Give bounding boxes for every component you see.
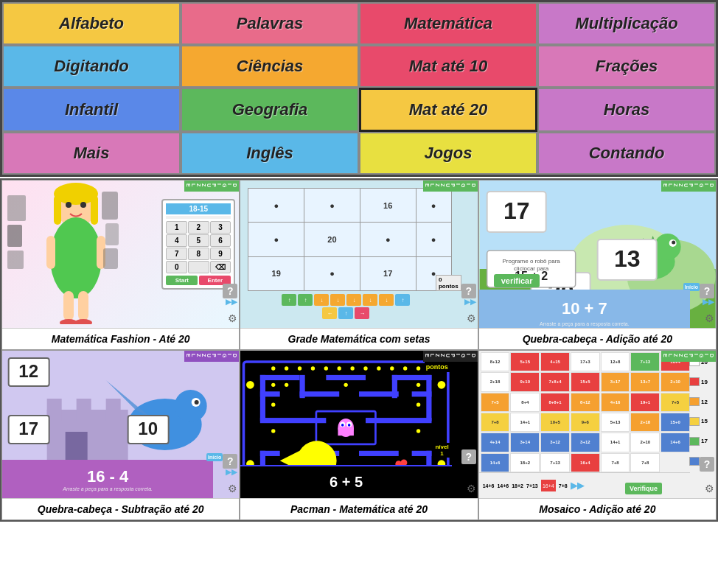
mc-5[interactable]: 12+8 — [601, 352, 630, 371]
mc-21[interactable]: 7+5 — [661, 393, 690, 412]
card-dragon[interactable]: 12 17 10 16 - 4 Arraste a peça para a re… — [1, 350, 240, 520]
mc-20[interactable]: 19+1 — [630, 393, 660, 412]
card-gridmath[interactable]: ● ● 16 ● ● 20 ● ● 19 ● — [240, 180, 478, 350]
mc-11[interactable]: 15+5 — [571, 372, 600, 391]
card-mosaic[interactable]: 8+12 5+15 4+15 17+3 12+8 7+13 16+4 2+18 … — [478, 350, 717, 520]
mc-23[interactable]: 14+1 — [510, 413, 540, 432]
mc-22[interactable]: 7+8 — [481, 413, 510, 432]
key-5[interactable]: 5 — [188, 234, 209, 247]
mc-18[interactable]: 8+12 — [571, 393, 600, 412]
nav-matematica[interactable]: Matemática — [359, 2, 537, 45]
key-3[interactable]: 3 — [210, 221, 231, 234]
mc-35[interactable]: 14+6 — [661, 433, 690, 452]
key-2[interactable]: 2 — [188, 221, 209, 234]
key-1[interactable]: 1 — [166, 221, 187, 234]
settings-icon-dragon[interactable]: ⚙ — [228, 483, 237, 494]
mc-16[interactable]: 8+4 — [510, 393, 540, 412]
arrow-down-4[interactable]: ↓ — [363, 294, 377, 306]
inicio-label-dragon[interactable]: Início — [206, 453, 223, 461]
arrow-down-1[interactable]: ↓ — [314, 294, 329, 306]
mc-33[interactable]: 14+1 — [601, 433, 630, 452]
mc-25[interactable]: 9+6 — [571, 413, 600, 432]
nav-infantil[interactable]: Infantil — [2, 88, 181, 132]
mc-17[interactable]: 8+8+1 — [540, 393, 570, 412]
mc-40[interactable]: 7+8 — [601, 453, 630, 472]
mc-13[interactable]: 13+7 — [630, 372, 660, 391]
mc-36[interactable]: 14+6 — [481, 453, 510, 472]
nav-digitando[interactable]: Digitando — [2, 45, 181, 88]
key-del[interactable]: ⌫ — [210, 261, 231, 273]
mc-12[interactable]: 3+17 — [601, 372, 630, 391]
nav-horas[interactable]: Horas — [537, 88, 716, 132]
key-0[interactable]: 0 — [166, 261, 187, 273]
nav-geografia[interactable]: Geografia — [181, 88, 359, 132]
arrow-up-1[interactable]: ↑ — [282, 294, 296, 306]
question-icon-pacman[interactable]: ? — [461, 449, 476, 464]
mc-39[interactable]: 16+4 — [571, 453, 600, 472]
nav-fracoes[interactable]: Frações — [537, 45, 716, 88]
mc-31[interactable]: 3+12 — [540, 433, 570, 452]
nav-mat10[interactable]: Mat até 10 — [359, 45, 537, 88]
mc-8[interactable]: 2+18 — [481, 372, 510, 391]
arrow-up-2[interactable]: ↑ — [298, 294, 313, 306]
key-9[interactable]: 9 — [210, 248, 231, 260]
fashion-start-btn[interactable]: Start — [166, 276, 198, 285]
arrow-up-4[interactable]: ↑ — [338, 307, 353, 319]
arrow-right-1[interactable]: → — [355, 307, 369, 319]
mc-27[interactable]: 2+18 — [630, 413, 660, 432]
card-pacman[interactable]: 12pontos nível1 6 + 5 DIGIPUZZLE ? ⚙ Pac… — [240, 350, 478, 520]
forward-icon-puzzle[interactable]: ▶▶ — [703, 298, 714, 306]
mc-3[interactable]: 4+15 — [540, 352, 570, 371]
mc-14[interactable]: 2+10 — [661, 372, 690, 391]
mc-1[interactable]: 8+12 — [481, 352, 510, 371]
settings-icon-grid[interactable]: ⚙ — [467, 312, 476, 324]
forward-icon-grid[interactable]: ▶▶ — [464, 298, 476, 306]
mc-41[interactable]: 7+8 — [630, 453, 660, 472]
nav-palavras[interactable]: Palavras — [181, 2, 359, 45]
mc-28[interactable]: 15+0 — [661, 413, 690, 432]
mc-24[interactable]: 10+5 — [540, 413, 570, 432]
nav-mat20[interactable]: Mat até 20 — [359, 88, 537, 132]
mosaic-verify-btn[interactable]: Verifique — [625, 483, 662, 494]
nav-jogos[interactable]: Jogos — [359, 132, 537, 175]
key-8[interactable]: 8 — [188, 248, 209, 260]
mc-26[interactable]: 5+13 — [601, 413, 630, 432]
settings-icon-puzzle[interactable]: ⚙ — [705, 312, 714, 324]
settings-icon-fashion[interactable]: ⚙ — [228, 312, 237, 324]
question-icon-fashion[interactable]: ? — [223, 284, 237, 298]
forward-icon-fashion[interactable]: ▶▶ — [226, 298, 237, 306]
arrow-down-5[interactable]: ↓ — [379, 294, 394, 306]
key-7[interactable]: 7 — [166, 248, 187, 260]
settings-icon-mosaic[interactable]: ⚙ — [705, 483, 714, 494]
settings-icon-pacman[interactable]: ⚙ — [467, 483, 476, 494]
question-icon-puzzle[interactable]: ? — [700, 284, 714, 298]
mc-34[interactable]: 2+10 — [630, 433, 660, 452]
nav-multiplicacao[interactable]: Multiplicação — [537, 2, 716, 45]
key-4[interactable]: 4 — [166, 234, 187, 247]
mc-2[interactable]: 5+15 — [510, 352, 540, 371]
mc-19[interactable]: 4+16 — [601, 393, 630, 412]
nav-alfabeto[interactable]: Alfabeto — [2, 2, 181, 45]
mc-10[interactable]: 7+8+4 — [540, 372, 570, 391]
mc-4[interactable]: 17+3 — [571, 352, 600, 371]
mc-38[interactable]: 7+13 — [540, 453, 570, 472]
mc-9[interactable]: 9+10 — [510, 372, 540, 391]
key-6[interactable]: 6 — [210, 234, 231, 247]
question-icon-grid[interactable]: ? — [461, 284, 476, 298]
mc-32[interactable]: 3+12 — [571, 433, 600, 452]
arrow-left-1[interactable]: ← — [322, 307, 337, 319]
mc-15[interactable]: 7+5 — [481, 393, 510, 412]
nav-mais[interactable]: Mais — [2, 132, 181, 175]
arrow-up-3[interactable]: ↑ — [395, 294, 410, 306]
mc-30[interactable]: 3+14 — [510, 433, 540, 452]
card-fashion[interactable]: 18-15 1 2 3 4 5 6 7 8 9 0 ⌫ — [1, 180, 240, 350]
mc-29[interactable]: 4+14 — [481, 433, 510, 452]
arrow-down-2[interactable]: ↓ — [330, 294, 345, 306]
verificar-btn[interactable]: verificar — [494, 274, 540, 287]
question-icon-mosaic[interactable]: ? — [700, 457, 714, 472]
question-icon-dragon[interactable]: ? — [223, 454, 237, 469]
forward-icon-dragon[interactable]: ▶▶ — [226, 468, 237, 476]
mc-37[interactable]: 18+2 — [510, 453, 540, 472]
card-puzzle-add[interactable]: 17 13 20 Programe o robô para cliclocar … — [478, 180, 717, 350]
nav-ingles[interactable]: Inglês — [181, 132, 359, 175]
